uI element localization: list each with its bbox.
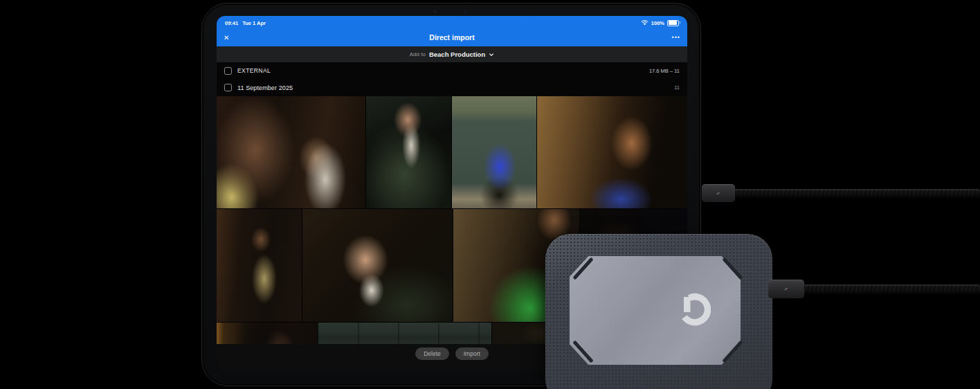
front-camera-dot — [433, 10, 437, 13]
close-icon[interactable]: ✕ — [224, 34, 229, 42]
status-time: 09:41 — [225, 20, 238, 26]
photo-thumbnail[interactable] — [537, 96, 687, 208]
thunderbolt-cable-lower — [801, 284, 980, 294]
source-row-date-group[interactable]: 11 September 2025 11 — [217, 79, 687, 96]
add-to-label: Add to — [410, 51, 426, 57]
date-group-label: 11 September 2025 — [237, 84, 293, 91]
photo-thumbnail[interactable] — [318, 323, 491, 344]
photo-thumbnail[interactable] — [217, 323, 317, 344]
photo-thumbnail[interactable] — [217, 96, 365, 208]
g-drive-logo-icon — [678, 293, 711, 326]
add-to-value: Beach Production — [429, 51, 485, 58]
front-camera — [464, 10, 467, 13]
ssd-faceplate — [570, 256, 741, 365]
cable-plug-upper: ϟ — [702, 184, 735, 202]
thunderbolt-icon: ϟ — [784, 288, 789, 291]
page-title: Direct import — [217, 33, 687, 42]
import-button[interactable]: Import — [455, 347, 489, 360]
status-bar: 09:41 Tue 1 Apr 100% — [217, 16, 687, 28]
date-group-count: 11 — [674, 84, 680, 91]
external-size-count: 17.6 MB – 11 — [649, 68, 680, 74]
chevron-down-icon — [489, 52, 494, 57]
external-checkbox[interactable] — [224, 67, 232, 75]
status-date: Tue 1 Apr — [242, 20, 266, 26]
scene: 09:41 Tue 1 Apr 100% ✕ Direct import ••• — [0, 0, 980, 389]
cable-plug-lower: ϟ — [768, 280, 804, 298]
more-options-icon[interactable]: ••• — [672, 34, 680, 41]
photo-thumbnail[interactable] — [366, 96, 451, 208]
delete-button[interactable]: Delete — [415, 347, 449, 360]
date-group-checkbox[interactable] — [224, 84, 232, 91]
add-to-dropdown[interactable]: Add to Beach Production — [217, 46, 687, 62]
photo-thumbnail[interactable] — [452, 96, 536, 208]
source-row-external[interactable]: EXTERNAL 17.6 MB – 11 — [217, 62, 687, 79]
portable-ssd-drive — [545, 234, 772, 389]
photo-thumbnail[interactable] — [302, 209, 453, 322]
thunderbolt-icon: ϟ — [716, 192, 721, 194]
wifi-icon — [641, 20, 648, 26]
thunderbolt-cable-upper — [732, 189, 980, 198]
import-source-list: EXTERNAL 17.6 MB – 11 11 September 2025 … — [217, 62, 687, 96]
photo-thumbnail[interactable] — [217, 209, 302, 322]
battery-percent: 100% — [651, 20, 664, 26]
battery-icon — [667, 20, 679, 26]
app-header: ✕ Direct import ••• — [217, 28, 687, 46]
external-label: EXTERNAL — [237, 67, 271, 74]
